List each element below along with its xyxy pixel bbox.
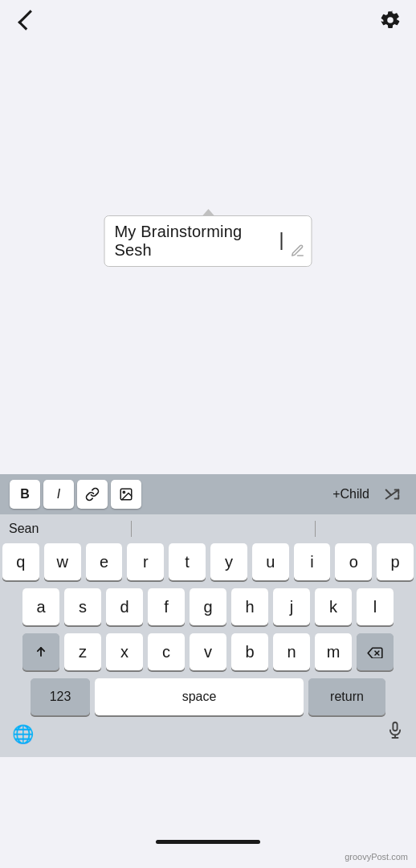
shift-button[interactable] — [22, 633, 59, 670]
shift-icon — [33, 644, 49, 660]
italic-button[interactable]: I — [43, 480, 74, 509]
suggestion-left[interactable]: Sean — [9, 522, 39, 536]
key-q[interactable]: q — [2, 543, 39, 580]
back-chevron-icon — [18, 10, 38, 30]
key-k[interactable]: k — [315, 588, 352, 625]
key-s[interactable]: s — [64, 588, 101, 625]
shuffle-button[interactable] — [377, 480, 406, 509]
return-button[interactable]: return — [308, 678, 385, 715]
key-h[interactable]: h — [231, 588, 268, 625]
key-row-1: q w e r t y u i o p — [2, 543, 414, 580]
keyboard: Sean q w e r t y u i o p a s d f g h j k… — [0, 514, 416, 757]
text-cursor — [281, 232, 283, 250]
watermark: groovyPost.com — [345, 852, 408, 862]
mic-icon — [386, 721, 404, 743]
settings-button[interactable] — [377, 7, 403, 33]
shuffle-icon — [383, 487, 401, 502]
mic-button[interactable] — [386, 721, 404, 748]
svg-rect-7 — [393, 723, 397, 731]
svg-line-3 — [386, 490, 391, 495]
keyboard-bottom: 🌐 — [2, 719, 414, 754]
key-g[interactable]: g — [190, 588, 226, 625]
key-o[interactable]: o — [335, 543, 372, 580]
key-l[interactable]: l — [357, 588, 394, 625]
canvas-area: My Brainstorming Sesh — [0, 40, 416, 474]
add-child-button[interactable]: +Child — [328, 487, 374, 502]
globe-button[interactable]: 🌐 — [12, 724, 34, 745]
key-p[interactable]: p — [377, 543, 414, 580]
bold-button[interactable]: B — [10, 480, 40, 509]
keyboard-toolbar: B I +Child — [0, 474, 416, 514]
node-box[interactable]: My Brainstorming Sesh — [104, 215, 312, 267]
key-t[interactable]: t — [169, 543, 206, 580]
key-m[interactable]: m — [315, 633, 352, 670]
key-a[interactable]: a — [22, 588, 59, 625]
key-x[interactable]: x — [106, 633, 143, 670]
gear-icon — [380, 10, 401, 31]
key-row-3: z x c v b n m — [2, 633, 414, 670]
numbers-button[interactable]: 123 — [31, 678, 90, 715]
backspace-button[interactable] — [357, 633, 394, 670]
key-n[interactable]: n — [273, 633, 310, 670]
key-v[interactable]: v — [190, 633, 226, 670]
link-icon — [85, 487, 100, 502]
key-j[interactable]: j — [273, 588, 310, 625]
divider-left — [131, 521, 132, 537]
key-f[interactable]: f — [148, 588, 185, 625]
divider-right — [315, 521, 316, 537]
key-r[interactable]: r — [127, 543, 164, 580]
key-w[interactable]: w — [44, 543, 81, 580]
node-text: My Brainstorming Sesh — [115, 223, 280, 260]
backspace-icon — [367, 645, 383, 658]
key-d[interactable]: d — [106, 588, 143, 625]
key-y[interactable]: y — [210, 543, 247, 580]
node-container: My Brainstorming Sesh — [104, 209, 312, 267]
key-row-4: 123 space return — [2, 678, 414, 715]
image-icon — [119, 487, 133, 502]
key-u[interactable]: u — [252, 543, 289, 580]
link-button[interactable] — [77, 480, 108, 509]
node-caret — [202, 209, 214, 215]
top-bar — [0, 0, 416, 40]
key-e[interactable]: e — [86, 543, 123, 580]
image-button[interactable] — [111, 480, 141, 509]
svg-point-1 — [123, 491, 124, 493]
space-button[interactable]: space — [95, 678, 304, 715]
key-i[interactable]: i — [294, 543, 331, 580]
edit-icon — [291, 244, 305, 261]
key-b[interactable]: b — [231, 633, 268, 670]
key-c[interactable]: c — [148, 633, 185, 670]
keyboard-suggestions: Sean — [2, 521, 414, 543]
back-button[interactable] — [13, 7, 39, 33]
key-z[interactable]: z — [64, 633, 101, 670]
key-row-2: a s d f g h j k l — [2, 588, 414, 625]
home-indicator — [156, 840, 260, 844]
